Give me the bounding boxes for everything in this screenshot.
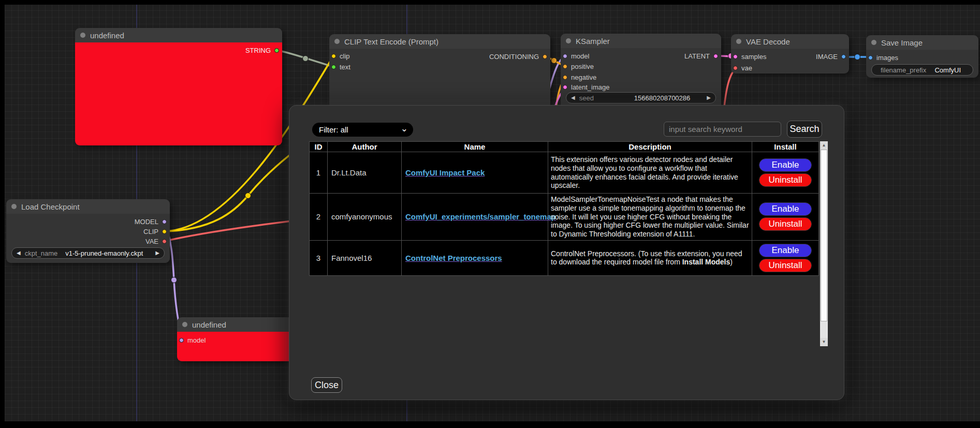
node-load-checkpoint[interactable]: Load Checkpoint MODEL CLIP VAE ◀ ckpt_na… bbox=[6, 199, 170, 263]
input-port-positive[interactable] bbox=[563, 64, 567, 69]
output-slot-conditioning[interactable]: CONDITIONING bbox=[489, 52, 547, 61]
node-header[interactable]: VAE Decode bbox=[731, 34, 849, 49]
node-header[interactable]: Load Checkpoint bbox=[6, 199, 170, 214]
filename-prefix-label: filename_prefix bbox=[881, 66, 926, 74]
extension-manager-dialog: Filter: all ⌄ Search ID Author Name Desc… bbox=[289, 105, 844, 400]
search-button[interactable]: Search bbox=[787, 121, 822, 138]
output-port-latent[interactable] bbox=[713, 54, 718, 58]
input-slot-samples[interactable]: samples bbox=[733, 52, 766, 61]
output-port-model[interactable] bbox=[162, 219, 167, 224]
uninstall-button[interactable]: Uninstall bbox=[759, 173, 812, 187]
node-collapse-dot-icon[interactable] bbox=[566, 38, 571, 43]
output-slot-image[interactable]: IMAGE bbox=[816, 52, 846, 61]
ckpt-name-value: v1-5-pruned-emaonly.ckpt bbox=[65, 249, 143, 257]
filter-select[interactable]: Filter: all bbox=[312, 123, 413, 137]
table-scrollbar[interactable]: ▲ ▼ bbox=[820, 141, 828, 346]
cell-install: Enable Uninstall bbox=[752, 152, 819, 194]
node-body: STRING bbox=[75, 42, 282, 145]
node-collapse-dot-icon[interactable] bbox=[11, 204, 17, 209]
input-port-text[interactable] bbox=[331, 65, 336, 69]
enable-button[interactable]: Enable bbox=[759, 158, 812, 172]
output-port-clip[interactable] bbox=[162, 229, 167, 234]
decrement-arrow-icon[interactable]: ◀ bbox=[571, 95, 575, 100]
node-collapse-dot-icon[interactable] bbox=[736, 39, 741, 44]
node-header[interactable]: undefined bbox=[75, 28, 282, 42]
cell-description: ControlNet Preprocessors. (To use this e… bbox=[548, 240, 752, 275]
enable-button[interactable]: Enable bbox=[759, 244, 812, 257]
input-port-negative[interactable] bbox=[563, 75, 567, 80]
cell-id: 2 bbox=[310, 194, 328, 241]
node-collapse-dot-icon[interactable] bbox=[182, 322, 187, 327]
decrement-arrow-icon[interactable]: ◀ bbox=[17, 250, 21, 256]
output-slot-vae[interactable]: VAE bbox=[145, 237, 167, 246]
cell-author: Dr.Lt.Data bbox=[328, 152, 402, 194]
output-slot-string[interactable]: STRING bbox=[245, 46, 279, 55]
output-port-vae[interactable] bbox=[162, 239, 167, 244]
input-slot-vae[interactable]: vae bbox=[733, 63, 752, 72]
extension-link[interactable]: ComfyUI Impact Pack bbox=[405, 168, 485, 177]
node-title: Load Checkpoint bbox=[6, 202, 80, 211]
input-slot-positive[interactable]: positive bbox=[563, 62, 594, 71]
search-input[interactable] bbox=[664, 122, 781, 137]
seed-widget[interactable]: ◀ seed 156680208700286 ▶ bbox=[566, 92, 716, 104]
node-save-image[interactable]: Save Image images filename_prefix ComfyU… bbox=[866, 35, 978, 78]
input-slot-clip[interactable]: clip bbox=[331, 51, 350, 61]
node-header[interactable]: CLIP Text Encode (Prompt) bbox=[329, 34, 550, 49]
uninstall-button[interactable]: Uninstall bbox=[759, 217, 812, 231]
col-header-name: Name bbox=[402, 142, 548, 152]
input-port-model[interactable] bbox=[563, 54, 567, 58]
extension-table: ID Author Name Description Install 1 Dr.… bbox=[309, 141, 819, 276]
ckpt-name-widget[interactable]: ◀ ckpt_name v1-5-pruned-emaonly.ckpt ▶ bbox=[11, 247, 165, 259]
node-body: MODEL CLIP VAE ◀ ckpt_name v1-5-pruned-e… bbox=[6, 214, 170, 263]
node-header[interactable]: Save Image bbox=[866, 35, 978, 50]
filename-prefix-value: ComfyUI bbox=[934, 66, 961, 74]
output-slot-latent[interactable]: LATENT bbox=[684, 51, 718, 61]
node-header[interactable]: KSampler bbox=[561, 34, 721, 48]
output-port-string[interactable] bbox=[274, 48, 279, 53]
increment-arrow-icon[interactable]: ▶ bbox=[707, 95, 711, 100]
cell-id: 1 bbox=[310, 152, 328, 194]
node-collapse-dot-icon[interactable] bbox=[871, 40, 876, 45]
node-collapse-dot-icon[interactable] bbox=[80, 33, 85, 38]
seed-widget-value: 156680208700286 bbox=[634, 94, 690, 102]
enable-button[interactable]: Enable bbox=[759, 202, 812, 216]
filename-prefix-widget[interactable]: filename_prefix ComfyUI bbox=[871, 64, 973, 76]
ckpt-name-label: ckpt_name bbox=[25, 249, 58, 257]
extension-link[interactable]: ControlNet Preprocessors bbox=[405, 254, 502, 262]
col-header-author: Author bbox=[328, 142, 402, 152]
input-slot-negative[interactable]: negative bbox=[563, 72, 596, 82]
input-port-model[interactable] bbox=[179, 338, 184, 343]
cell-description: This extension offers various detector n… bbox=[548, 152, 752, 194]
node-body: images filename_prefix ComfyUI bbox=[866, 50, 978, 78]
input-slot-images[interactable]: images bbox=[868, 53, 898, 62]
col-header-description: Description bbox=[548, 142, 752, 152]
extension-link[interactable]: ComfyUI_experiments/sampler_tonemap bbox=[405, 212, 556, 221]
scroll-down-icon[interactable]: ▼ bbox=[820, 338, 828, 346]
cell-description: ModelSamplerTonemapNoiseTest a node that… bbox=[548, 194, 752, 241]
input-port-clip[interactable] bbox=[331, 54, 336, 58]
increment-arrow-icon[interactable]: ▶ bbox=[155, 250, 159, 256]
output-port-conditioning[interactable] bbox=[543, 54, 547, 59]
scrollbar-thumb[interactable] bbox=[821, 150, 827, 321]
output-slot-clip[interactable]: CLIP bbox=[143, 227, 167, 236]
close-button[interactable]: Close bbox=[311, 377, 342, 393]
input-port-latent-image[interactable] bbox=[563, 85, 567, 90]
extension-table-container: ID Author Name Description Install 1 Dr.… bbox=[309, 141, 828, 346]
input-slot-model[interactable]: model bbox=[179, 335, 206, 345]
node-vae-decode[interactable]: VAE Decode samples vae IMAGE bbox=[731, 34, 849, 73]
node-undefined-top[interactable]: undefined STRING bbox=[75, 28, 282, 145]
cell-author: Fannovel16 bbox=[328, 240, 402, 275]
col-header-id: ID bbox=[310, 142, 328, 152]
input-port-images[interactable] bbox=[868, 55, 873, 60]
node-collapse-dot-icon[interactable] bbox=[334, 39, 340, 44]
input-slot-model[interactable]: model bbox=[563, 51, 589, 61]
scroll-up-icon[interactable]: ▲ bbox=[820, 141, 828, 150]
output-slot-model[interactable]: MODEL bbox=[135, 217, 167, 226]
input-slot-latent-image[interactable]: latent_image bbox=[563, 82, 609, 92]
table-header-row: ID Author Name Description Install bbox=[310, 142, 819, 152]
input-slot-text[interactable]: text bbox=[331, 62, 350, 71]
output-port-image[interactable] bbox=[841, 54, 846, 59]
input-port-vae[interactable] bbox=[733, 66, 738, 70]
input-port-samples[interactable] bbox=[733, 54, 738, 59]
uninstall-button[interactable]: Uninstall bbox=[759, 259, 812, 272]
